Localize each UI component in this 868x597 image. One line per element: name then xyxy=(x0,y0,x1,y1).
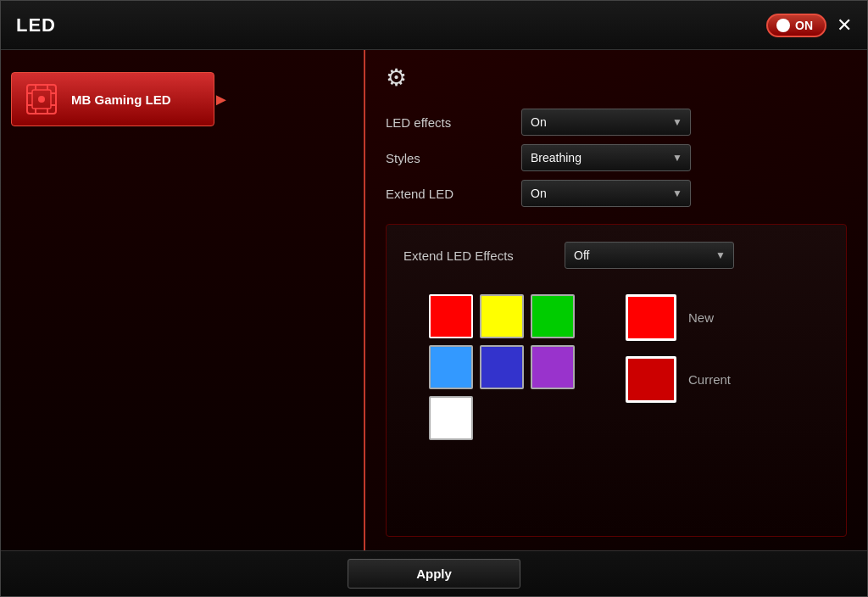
extend-effects-select-wrapper: Off On ▼ xyxy=(565,242,734,269)
new-color-item: New xyxy=(626,294,731,341)
gear-settings-icon: ⚙ xyxy=(386,64,847,92)
toggle-label: ON xyxy=(795,19,813,32)
swatch-purple[interactable] xyxy=(531,345,575,389)
window-title: LED xyxy=(16,14,56,36)
apply-button[interactable]: Apply xyxy=(348,559,520,589)
new-color-label: New xyxy=(688,310,714,325)
swatch-red[interactable] xyxy=(429,294,473,338)
bottom-bar: Apply xyxy=(1,550,867,596)
right-panel: ⚙ LED effects On Off ▼ Styles xyxy=(365,50,867,550)
swatch-navy[interactable] xyxy=(480,345,524,389)
colors-row: New Current xyxy=(403,294,829,440)
on-toggle-button[interactable]: ON xyxy=(766,14,826,37)
settings-section: LED effects On Off ▼ Styles Breathing xyxy=(386,109,847,207)
extend-led-label: Extend LED xyxy=(386,187,521,201)
color-grid xyxy=(429,294,575,440)
new-color-swatch xyxy=(626,294,676,341)
led-effects-label: LED effects xyxy=(386,115,521,130)
color-row-1 xyxy=(429,294,575,338)
swatch-white[interactable] xyxy=(429,396,473,440)
sidebar-item-wrapper: MB Gaming LED ► xyxy=(11,72,353,126)
led-effects-select[interactable]: On Off xyxy=(521,109,691,136)
swatch-blue[interactable] xyxy=(429,345,473,389)
extend-led-select[interactable]: On Off xyxy=(521,180,691,207)
titlebar-controls: ON ✕ xyxy=(766,14,852,37)
styles-row: Styles Breathing Static Flash ▼ xyxy=(386,144,847,171)
styles-select[interactable]: Breathing Static Flash xyxy=(521,144,691,171)
color-row-3 xyxy=(429,396,575,440)
led-effects-row: LED effects On Off ▼ xyxy=(386,109,847,136)
current-color-label: Current xyxy=(688,372,731,387)
arrow-indicator: ► xyxy=(213,91,230,108)
color-preview-section: New Current xyxy=(626,294,731,403)
main-content: MB Gaming LED ► ⚙ LED effects On Off ▼ xyxy=(1,50,867,550)
color-row-2 xyxy=(429,345,575,389)
swatch-green[interactable] xyxy=(531,294,575,338)
extend-effects-label: Extend LED Effects xyxy=(403,248,548,263)
current-color-item: Current xyxy=(626,356,731,403)
styles-select-wrapper: Breathing Static Flash ▼ xyxy=(521,144,691,171)
extend-effects-select[interactable]: Off On xyxy=(565,242,734,269)
titlebar: LED ON ✕ xyxy=(1,1,867,50)
led-window: LED ON ✕ xyxy=(0,0,868,597)
extend-led-row: Extend LED On Off ▼ xyxy=(386,180,847,207)
svg-point-2 xyxy=(38,96,45,103)
circuit-board-icon xyxy=(25,83,58,115)
led-effects-select-wrapper: On Off ▼ xyxy=(521,109,691,136)
close-button[interactable]: ✕ xyxy=(837,16,852,35)
extend-effects-row: Extend LED Effects Off On ▼ xyxy=(403,242,829,269)
sidebar: MB Gaming LED ► xyxy=(1,50,365,550)
extend-led-select-wrapper: On Off ▼ xyxy=(521,180,691,207)
toggle-dot xyxy=(776,19,790,32)
sidebar-item-label: MB Gaming LED xyxy=(71,92,171,107)
swatch-yellow[interactable] xyxy=(480,294,524,338)
sidebar-item-mb-gaming-led[interactable]: MB Gaming LED xyxy=(11,72,214,126)
mb-gaming-led-icon xyxy=(24,81,59,117)
current-color-swatch xyxy=(626,356,676,403)
styles-label: Styles xyxy=(386,151,521,165)
extend-led-effects-box: Extend LED Effects Off On ▼ xyxy=(386,224,847,537)
